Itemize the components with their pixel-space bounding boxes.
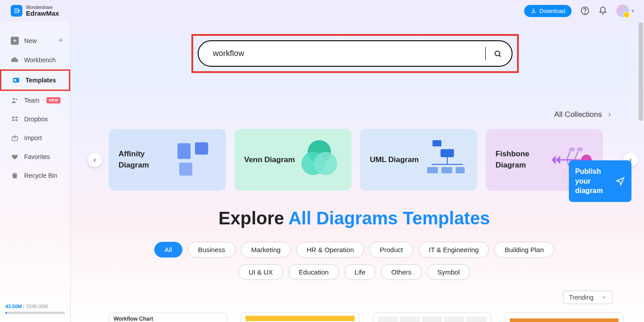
all-collections-link[interactable]: All Collections — [554, 110, 613, 119]
venn-illustration — [297, 137, 342, 182]
affinity-illustration — [172, 137, 216, 182]
template-thumbnails: Workflow Chart — [109, 313, 623, 322]
main-content: All Collections ‹ Affinity Diagram Venn … — [71, 21, 638, 322]
category-chip[interactable]: Product — [369, 242, 413, 258]
sidebar-item-import[interactable]: Import — [0, 129, 70, 147]
category-chip[interactable]: Marketing — [241, 242, 291, 258]
svg-rect-19 — [427, 167, 438, 173]
svg-rect-4 — [14, 79, 17, 82]
storage-used: 43.50M — [5, 304, 22, 309]
svg-rect-11 — [179, 163, 192, 176]
avatar — [616, 4, 629, 17]
svg-rect-9 — [178, 143, 191, 159]
all-collections-label: All Collections — [554, 110, 602, 119]
plus-icon[interactable]: + — [58, 36, 63, 45]
category-chip[interactable]: Life — [344, 264, 376, 280]
sidebar-item-templates[interactable]: Templates — [0, 69, 70, 91]
explore-accent: All Diagrams Templates — [288, 208, 490, 228]
sidebar-item-label: Templates — [25, 77, 56, 84]
sidebar-item-label: Dropbox — [24, 116, 48, 123]
category-chip[interactable]: UI & UX — [238, 264, 283, 280]
category-chip[interactable]: Symbol — [427, 264, 470, 280]
svg-point-14 — [314, 152, 337, 175]
trash-icon — [11, 172, 19, 180]
thumb-title: Workflow Chart — [114, 316, 222, 322]
storage-indicator: 43.50M / 2048.00M — [5, 304, 65, 314]
search-box[interactable] — [198, 40, 513, 67]
svg-point-5 — [13, 98, 15, 100]
search-icon[interactable] — [494, 50, 502, 58]
sidebar-new-label: New — [24, 37, 37, 44]
carousel-card-affinity[interactable]: Affinity Diagram — [109, 129, 226, 191]
new-badge: NEW — [47, 97, 60, 103]
app-logo[interactable]: Wondershare EdrawMax — [11, 5, 59, 17]
uml-illustration — [423, 137, 467, 182]
category-chip[interactable]: All — [154, 242, 182, 258]
search-highlight-box — [191, 34, 519, 73]
help-icon[interactable] — [580, 6, 589, 15]
svg-rect-16 — [441, 149, 454, 157]
template-thumb[interactable]: Workflow Chart — [109, 313, 227, 322]
category-chip[interactable]: Business — [188, 242, 236, 258]
publish-label: Publish your diagram — [575, 167, 612, 196]
carousel-prev[interactable]: ‹ — [88, 153, 102, 167]
template-thumb[interactable] — [241, 313, 359, 322]
import-icon — [11, 134, 19, 142]
svg-point-6 — [16, 99, 17, 100]
logo-icon — [11, 5, 22, 17]
card-title: UML Diagram — [370, 155, 419, 166]
template-thumb[interactable] — [505, 313, 623, 322]
sidebar-item-favorites[interactable]: Favorites — [0, 147, 70, 166]
bell-icon[interactable] — [598, 6, 607, 15]
svg-line-25 — [575, 151, 578, 160]
storage-bar — [5, 312, 65, 314]
explore-heading: Explore All Diagrams Templates — [71, 208, 638, 228]
category-chip[interactable]: IT & Engineering — [419, 242, 489, 258]
download-button[interactable]: Download — [524, 5, 572, 17]
svg-point-0 — [18, 10, 20, 12]
cloud-icon — [11, 56, 19, 64]
svg-rect-15 — [432, 140, 441, 146]
svg-rect-20 — [441, 167, 452, 173]
vertical-scrollbar[interactable] — [639, 22, 643, 121]
category-chip[interactable]: Others — [381, 264, 422, 280]
logo-text: Wondershare EdrawMax — [26, 5, 59, 17]
template-thumb[interactable] — [373, 313, 491, 322]
svg-point-2 — [585, 13, 585, 13]
sidebar-item-label: Team — [24, 97, 39, 104]
storage-total: 2048.00M — [26, 304, 48, 309]
publish-diagram-button[interactable]: Publish your diagram — [569, 160, 631, 202]
team-icon — [11, 96, 19, 104]
send-icon — [615, 176, 625, 186]
sidebar-item-recycle-bin[interactable]: Recycle Bin — [0, 166, 70, 185]
svg-rect-28 — [569, 148, 575, 151]
card-title: Venn Diagram — [244, 155, 295, 166]
carousel-card-venn[interactable]: Venn Diagram — [234, 129, 352, 191]
carousel-card-uml[interactable]: UML Diagram — [360, 129, 477, 191]
category-chip[interactable]: HR & Operation — [296, 242, 364, 258]
category-chip[interactable]: Building Plan — [494, 242, 554, 258]
sort-dropdown[interactable]: Trending — [563, 291, 613, 304]
explore-prefix: Explore — [219, 208, 288, 228]
sidebar-item-dropbox[interactable]: Dropbox — [0, 110, 70, 129]
category-chip[interactable]: Education — [288, 264, 339, 280]
brand-name: EdrawMax — [26, 10, 59, 17]
card-title: Fishbone Diagram — [496, 149, 549, 171]
top-header: Wondershare EdrawMax Download ▼ — [0, 0, 644, 21]
search-divider — [485, 47, 486, 60]
svg-rect-29 — [577, 148, 583, 151]
sidebar-item-label: Workbench — [24, 56, 56, 64]
sidebar-item-team[interactable]: Team NEW — [0, 91, 70, 110]
chevron-down-icon: ▼ — [631, 9, 635, 13]
sidebar-item-label: Import — [24, 134, 42, 142]
sort-label: Trending — [569, 294, 593, 301]
user-menu[interactable]: ▼ — [616, 4, 635, 17]
sidebar-new[interactable]: + New + — [0, 30, 70, 51]
brand-parent: Wondershare — [26, 5, 59, 10]
search-input[interactable] — [213, 49, 480, 58]
svg-line-23 — [567, 151, 570, 160]
svg-rect-21 — [456, 167, 465, 173]
chevron-down-icon — [602, 295, 607, 300]
sidebar-item-label: Favorites — [24, 153, 50, 160]
sidebar-item-workbench[interactable]: Workbench — [0, 51, 70, 69]
